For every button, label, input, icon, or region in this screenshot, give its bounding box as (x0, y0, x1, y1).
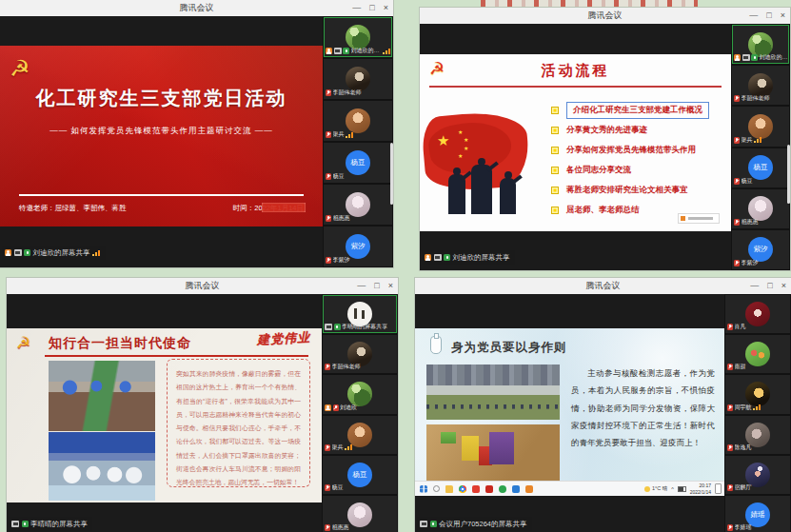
participant-tile[interactable]: 李晴晴的屏幕共享 (323, 295, 397, 333)
participant-tile[interactable]: 刘迪欣的屏幕共享 (732, 25, 789, 64)
slide-mission: ☭ 知行合一担当时代使命 建党伟业 突如其来的肺炎疫情，像蔽日的雾霾，但在祖国的… (7, 328, 322, 502)
participant-tile[interactable]: 肖凡 (725, 295, 790, 333)
taskbar-clock[interactable]: 20:17 2022/1/14 (690, 483, 711, 495)
maximize-button[interactable]: □ (369, 4, 374, 12)
notification-center-icon[interactable] (715, 483, 722, 494)
participant-name: 宿麒厅 (735, 483, 752, 492)
participant-tile[interactable]: 刘迪欣的屏… (324, 17, 392, 57)
titlebar[interactable]: 腾讯会议 — □ × (415, 278, 791, 294)
minimize-button[interactable]: — (749, 11, 758, 20)
star-icon: ★ (458, 152, 463, 159)
participant-tile[interactable]: 李韶伟老师 (732, 66, 789, 105)
agenda-item: 蒋胜老师安排研究生论文相关事宜 (551, 180, 723, 200)
file-explorer-icon[interactable] (445, 485, 453, 493)
search-icon[interactable] (433, 485, 440, 492)
maximize-button[interactable]: □ (766, 11, 771, 20)
chrome-icon[interactable] (459, 485, 466, 493)
participant-tile[interactable]: 渠兵 (324, 101, 392, 141)
participant-tile[interactable]: 相惠惠 (323, 496, 397, 532)
muted-mic-icon (326, 131, 331, 138)
muted-mic-icon (727, 484, 733, 491)
close-button[interactable]: × (388, 282, 393, 290)
system-tray: 1°C 晴 ^ 20:17 2022/1/14 (644, 482, 722, 496)
participant-tile[interactable]: 紫汐 李紫汐 (324, 227, 392, 266)
app-icon[interactable] (472, 485, 480, 493)
participant-tile[interactable]: 李韶伟老师 (324, 59, 392, 99)
app-icon[interactable] (485, 485, 493, 493)
participant-tile[interactable]: 相惠惠 (324, 185, 392, 225)
app-icon[interactable] (499, 485, 506, 493)
host-badge-icon (326, 48, 332, 54)
participant-name: 陈逸凡 (735, 443, 752, 452)
slide-title-page: ☭ 化工研究生三支部党日活动 —— 如何发挥党员先锋模范带头作用主题研讨交流 —… (0, 46, 323, 227)
screen-share-icon (334, 48, 342, 54)
avatar: 杨豆 (346, 150, 370, 175)
maximize-button[interactable]: □ (767, 282, 772, 290)
sidebar-scrollbar[interactable] (787, 145, 790, 204)
saluting-silhouette (500, 178, 516, 214)
share-banner: 李晴晴的屏幕共享 (9, 517, 92, 531)
app-icon[interactable] (525, 485, 533, 493)
participant-tile[interactable]: 李韶伟老师 (323, 335, 397, 373)
participant-tile[interactable]: 周宇航 (725, 375, 790, 413)
muted-mic-icon (333, 404, 339, 411)
participant-tile[interactable]: 刘迪欣 (323, 375, 397, 413)
participant-tile[interactable]: 杨豆 杨豆 (323, 456, 397, 494)
screen-share-icon (742, 54, 750, 61)
avatar-initials: 婧瑶 (751, 510, 765, 520)
participant-tile[interactable]: 渠兵 (732, 107, 789, 146)
slide-teachers: 特邀老师：屈绿茵、李韶伟、蒋胜 (19, 204, 127, 213)
close-button[interactable]: × (384, 4, 388, 12)
bullet-icon (551, 147, 559, 154)
participant-tile[interactable]: 杨豆 杨豆 (732, 148, 789, 187)
titlebar[interactable]: 腾讯会议 — □ × (0, 0, 393, 16)
window-controls: — □ × (357, 278, 393, 294)
start-button-icon[interactable] (420, 485, 427, 493)
participant-name: 周宇航 (735, 404, 752, 412)
participant-tile[interactable]: 陈逸凡 (725, 416, 790, 454)
participant-tile[interactable]: 杨豆 杨豆 (324, 143, 392, 183)
minimize-button[interactable]: — (357, 282, 366, 290)
participant-tile[interactable]: 雨甜 (725, 335, 790, 373)
participant-name: 李紫汐 (742, 259, 759, 267)
sidebar-scrollbar[interactable] (390, 143, 393, 205)
participant-name: 刘迪欣的屏… (351, 47, 382, 55)
screen-share-icon (420, 521, 427, 527)
tray-expand-icon[interactable]: ^ (671, 486, 674, 492)
close-button[interactable]: × (781, 282, 786, 290)
party-emblem-icon: ☭ (16, 333, 30, 353)
titlebar[interactable]: 腾讯会议 — □ × (420, 8, 790, 24)
app-icon[interactable] (512, 485, 520, 493)
shared-screen-stage: 身为党员要以身作则 主动参与核酸检测志愿者，作为党员，本着为人民服务的宗旨，不惧… (415, 294, 724, 532)
agenda-text: 屈老师、李老师总结 (566, 205, 640, 216)
participant-name: 李晴晴的屏幕共享 (342, 323, 387, 331)
signal-icon (92, 250, 101, 256)
window-title: 腾讯会议 (186, 280, 220, 292)
maximize-button[interactable]: □ (374, 282, 379, 290)
weather-widget[interactable]: 1°C 晴 (644, 485, 667, 492)
photo-protective-suits (49, 432, 155, 501)
slide-time: 时间：2022年1月14日 (233, 204, 304, 213)
signal-icon (753, 404, 761, 410)
mic-on-icon (444, 254, 450, 261)
window-title: 腾讯会议 (586, 280, 621, 292)
share-banner: 会议用户705264的屏幕共享 (417, 517, 532, 531)
participant-tile[interactable]: 婧瑶 李婧瑶 (725, 496, 790, 532)
title-underline (429, 86, 722, 88)
avatar (745, 342, 770, 366)
slide-title: 身为党员要以身作则 (451, 340, 567, 356)
participant-tile[interactable]: 相惠惠 (732, 189, 789, 228)
body-textbox: 突如其来的肺炎疫情，像蔽日的雾霾，但在祖国的这片热土上，养育出一个个有热情、有担… (167, 359, 310, 487)
slide-lead-by-example: 身为党员要以身作则 主动参与核酸检测志愿者，作为党员，本着为人民服务的宗旨，不惧… (415, 328, 724, 481)
minimize-button[interactable]: — (750, 282, 759, 290)
participant-name: 杨豆 (742, 177, 753, 186)
close-button[interactable]: × (781, 11, 785, 20)
minimize-button[interactable]: — (352, 4, 361, 12)
weather-text: 1°C 晴 (652, 485, 667, 492)
titlebar[interactable]: 腾讯会议 — □ × (7, 278, 398, 294)
participant-tile[interactable]: 紫汐 李紫汐 (732, 230, 789, 269)
agenda-list: 介绍化工研究生三支部党建工作概况 分享黄文秀的先进事迹 分享如何发挥党员先锋模范… (551, 100, 723, 220)
participant-tile[interactable]: 渠兵 (323, 416, 397, 454)
participant-tile[interactable]: 宿麒厅 (725, 456, 790, 494)
avatar-initials: 杨豆 (351, 158, 366, 167)
